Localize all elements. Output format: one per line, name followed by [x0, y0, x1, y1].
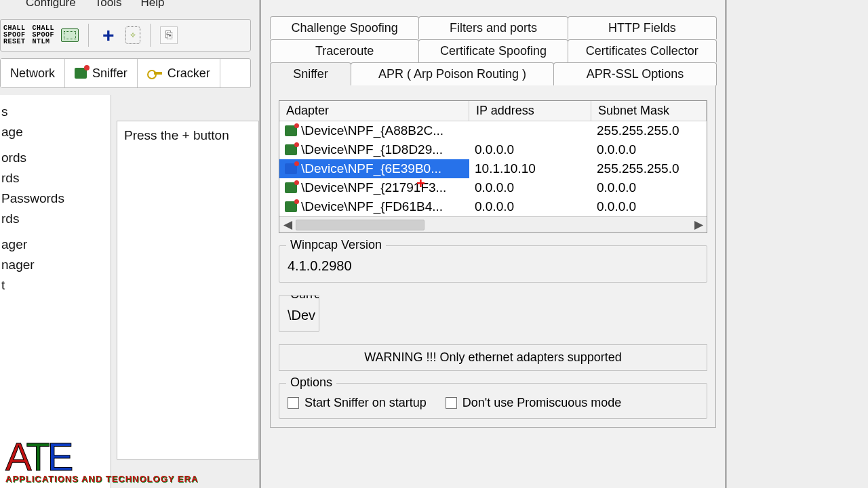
col-adapter[interactable]: Adapter: [279, 101, 469, 121]
nic-icon: [75, 68, 87, 79]
shield-icon[interactable]: [125, 26, 140, 44]
nic-icon: [285, 163, 297, 174]
key-icon: [147, 68, 162, 78]
adapter-ip: [469, 121, 591, 140]
tab-sniffer[interactable]: Sniffer: [65, 59, 138, 87]
group-legend: Options: [286, 375, 336, 390]
tab-challenge-spoofing[interactable]: Challenge Spoofing: [270, 16, 419, 39]
adapter-mask: 255.255.255.0: [591, 121, 707, 140]
tab-http-fields[interactable]: HTTP Fields: [568, 16, 717, 39]
listview-hscrollbar[interactable]: ◀ ▶: [279, 216, 707, 232]
winpcap-group: Winpcap Version 4.1.0.2980: [279, 245, 707, 283]
adapter-ip: 0.0.0.0: [469, 178, 591, 197]
hint-panel: Press the + button: [117, 121, 259, 460]
adapter-listview[interactable]: Adapter IP address Subnet Mask \Device\N…: [279, 100, 707, 233]
logo-letter: A: [5, 434, 26, 479]
menu-configure[interactable]: Configure: [26, 0, 76, 16]
tab-certificates-collector[interactable]: Certificates Collector: [568, 39, 717, 62]
tab-apr[interactable]: APR ( Arp Poison Routing ): [351, 62, 554, 85]
adapter-row[interactable]: \Device\NPF_{FD61B4... 0.0.0.0 0.0.0.0: [279, 197, 707, 216]
add-button[interactable]: +: [98, 24, 119, 47]
adapter-ip: 10.1.10.10: [469, 159, 591, 178]
scroll-left-icon[interactable]: ◀: [279, 217, 296, 232]
col-ip[interactable]: IP address: [469, 101, 591, 121]
opt-no-promiscuous[interactable]: Don't use Promiscuous mode: [446, 396, 622, 410]
watermark-logo: ATE APPLICATIONS AND TECHNOLOGY ERA: [5, 440, 198, 484]
dialog-body: Adapter IP address Subnet Mask \Device\N…: [270, 85, 716, 428]
adapter-row-selected[interactable]: \Device\NPF_{6E39B0... 10.1.10.10 255.25…: [279, 159, 707, 178]
adapter-mask: 0.0.0.0: [591, 197, 707, 216]
nic-icon: [285, 144, 297, 155]
listview-header: Adapter IP address Subnet Mask: [279, 101, 707, 121]
tab-label: Sniffer: [92, 66, 127, 81]
checkbox-icon[interactable]: [288, 397, 299, 409]
scroll-right-icon[interactable]: ▶: [690, 217, 707, 232]
adapter-row[interactable]: \Device\NPF_{21791F3... 0.0.0.0 0.0.0.0: [279, 178, 707, 197]
nic-icon: [285, 201, 297, 212]
tab-traceroute[interactable]: Traceroute: [270, 39, 419, 62]
tree-item[interactable]: rds: [0, 168, 108, 188]
options-group: Options Start Sniffer on startup Don't u…: [279, 383, 707, 419]
adapter-name: \Device\NPF_{FD61B4...: [301, 199, 443, 214]
tree-item[interactable]: ager: [0, 235, 108, 255]
checkbox-icon[interactable]: [446, 397, 457, 409]
tab-filters-ports[interactable]: Filters and ports: [418, 16, 568, 39]
main-tab-strip: Network Sniffer Cracker: [0, 58, 251, 88]
adapter-ip: 0.0.0.0: [469, 140, 591, 159]
current-adapter: \Dev: [288, 308, 311, 323]
cursor-crosshair-icon: +: [416, 175, 425, 192]
scroll-thumb[interactable]: [296, 220, 425, 230]
adapter-row[interactable]: \Device\NPF_{A88B2C... 255.255.255.0: [279, 121, 707, 140]
tree-item[interactable]: nager: [0, 255, 108, 275]
col-mask[interactable]: Subnet Mask: [591, 101, 707, 121]
tab-network[interactable]: Network: [1, 59, 65, 87]
nic-icon: [285, 125, 297, 136]
tree-item[interactable]: age: [0, 122, 108, 142]
logo-letter: E: [47, 434, 71, 479]
adapter-mask: 0.0.0.0: [591, 140, 707, 159]
tab-certificate-spoofing[interactable]: Certificate Spoofing: [418, 39, 568, 62]
divider: [88, 24, 89, 47]
chip-icon[interactable]: [61, 28, 79, 42]
chall-spoof-ntlm-icon[interactable]: CHALL SPOOF NTLM: [33, 25, 55, 45]
divider: [150, 24, 151, 47]
tree-item: [0, 229, 108, 235]
tab-label: Network: [10, 66, 55, 81]
tool-button[interactable]: ⎘: [160, 26, 178, 44]
winpcap-version: 4.1.0.2980: [288, 258, 698, 274]
tab-label: Cracker: [167, 66, 210, 81]
tree-item[interactable]: t: [0, 275, 108, 296]
tree-item[interactable]: Passwords: [0, 188, 108, 209]
adapter-row[interactable]: \Device\NPF_{1D8D29... 0.0.0.0 0.0.0.0: [279, 140, 707, 159]
tab-cracker[interactable]: Cracker: [138, 59, 220, 87]
adapter-name: \Device\NPF_{A88B2C...: [301, 123, 443, 138]
menu-tools[interactable]: Tools: [95, 0, 122, 16]
menu-help[interactable]: Help: [140, 0, 164, 16]
adapter-name: \Device\NPF_{1D8D29...: [301, 142, 443, 157]
group-legend: Curre: [286, 295, 319, 302]
dialog-tabs: Challenge Spoofing Filters and ports HTT…: [260, 16, 726, 85]
adapter-ip: 0.0.0.0: [469, 197, 591, 216]
logo-letter: T: [26, 434, 47, 479]
adapter-mask: 255.255.255.0: [591, 159, 707, 178]
tree-item: [0, 142, 108, 148]
adapter-name: \Device\NPF_{6E39B0...: [301, 161, 441, 176]
tab-sniffer-dialog[interactable]: Sniffer: [270, 62, 351, 85]
hint-text: Press the + button: [124, 128, 229, 142]
opt-start-sniffer[interactable]: Start Sniffer on startup: [288, 396, 427, 410]
group-legend: Winpcap Version: [286, 238, 386, 252]
adapter-mask: 0.0.0.0: [591, 178, 707, 197]
tree-item[interactable]: s: [0, 102, 108, 122]
warning-banner: WARNING !!! Only ethernet adapters suppo…: [279, 344, 707, 371]
configuration-dialog: Challenge Spoofing Filters and ports HTT…: [259, 0, 727, 488]
chall-spoof-reset-icon[interactable]: CHALL SPOOF RESET: [3, 25, 26, 45]
left-tree[interactable]: s age ords rds Passwords rds ager nager …: [0, 95, 111, 488]
tree-item[interactable]: rds: [0, 209, 108, 229]
logo-subtitle: APPLICATIONS AND TECHNOLOGY ERA: [5, 474, 198, 484]
nic-icon: [285, 182, 297, 193]
tree-item[interactable]: ords: [0, 148, 108, 168]
tab-apr-ssl[interactable]: APR-SSL Options: [553, 62, 717, 85]
current-adapter-group: Curre \Dev: [279, 295, 319, 332]
toolbar: CHALL SPOOF RESET CHALL SPOOF NTLM + ⎘: [0, 19, 251, 52]
